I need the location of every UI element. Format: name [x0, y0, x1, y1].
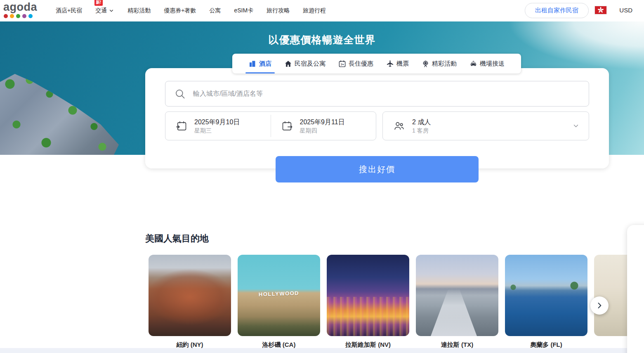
tab-airport-transfer[interactable]: 機場接送	[469, 54, 505, 73]
logo-dot	[4, 14, 8, 18]
hong-kong-flag-icon[interactable]	[595, 6, 606, 14]
dallas-photo	[416, 255, 498, 336]
nav-item-itineraries[interactable]: 旅遊行程	[303, 7, 326, 14]
orlando-photo	[505, 255, 587, 336]
taxi-icon	[469, 60, 477, 68]
nav-item-coupons-deals[interactable]: 優惠券+著數	[164, 7, 196, 14]
logo-dot	[22, 14, 26, 18]
dates-box: 2025年9月10日 星期三 2025年9月11日 星期四	[165, 111, 376, 140]
destination-search-field[interactable]	[165, 81, 589, 107]
agoda-logo-dots	[4, 14, 37, 18]
plane-icon	[386, 60, 394, 68]
destination-card-orlando[interactable]: 奧蘭多 (FL)	[505, 255, 587, 349]
hollywood-sign: HOLLYWOOD	[259, 290, 300, 297]
main-nav: 酒店+民宿 新! 交通 精彩活動 優惠券+著數 公寓 eSIM卡 旅行攻略 旅遊…	[56, 0, 326, 21]
agoda-logo[interactable]: agoda	[3, 1, 37, 18]
carousel-next-button[interactable]	[590, 296, 609, 315]
checkin-weekday: 星期三	[194, 127, 240, 134]
nav-item-activities[interactable]: 精彩活動	[127, 7, 151, 14]
next-section-background	[0, 348, 644, 353]
house-icon	[284, 60, 292, 68]
ferris-wheel-icon	[422, 60, 429, 68]
new-york-photo	[149, 255, 231, 336]
tab-activities[interactable]: 精彩活動	[421, 54, 458, 73]
search-panel: 2025年9月10日 星期三 2025年9月11日 星期四 2 成人	[145, 68, 609, 168]
checkout-date: 2025年9月11日	[300, 118, 345, 127]
checkin-date: 2025年9月10日	[194, 118, 240, 127]
guests-count: 2 成人	[412, 118, 431, 127]
nav-item-apartments[interactable]: 公寓	[209, 7, 221, 14]
tab-flights[interactable]: 機票	[385, 54, 410, 73]
side-widget-panel	[627, 225, 644, 353]
hero-title: 以優惠價格暢遊全世界	[0, 33, 644, 47]
calendar-checkin-icon	[176, 120, 187, 132]
guests-icon	[393, 120, 405, 132]
nav-item-transport[interactable]: 新! 交通	[95, 7, 114, 14]
svg-text:7+: 7+	[340, 63, 344, 66]
destination-card-new-york[interactable]: 紐約 (NY)	[149, 255, 231, 349]
rooms-count: 1 客房	[412, 127, 431, 134]
destination-card-los-angeles[interactable]: HOLLYWOOD 洛杉磯 (CA)	[238, 255, 320, 349]
agoda-logo-text: agoda	[3, 1, 37, 13]
header: agoda 酒店+民宿 新! 交通 精彩活動 優惠券+著數 公寓 eSIM卡 旅…	[0, 0, 644, 21]
tab-homes-apartments[interactable]: 民宿及公寓	[283, 54, 326, 73]
checkout-weekday: 星期四	[300, 127, 345, 134]
calendar-checkout-icon	[281, 120, 293, 132]
nav-item-travel-guides[interactable]: 旅行攻略	[267, 7, 290, 14]
checkin-date-field[interactable]: 2025年9月10日 星期三	[165, 112, 271, 140]
checkout-date-field[interactable]: 2025年9月11日 星期四	[271, 112, 376, 140]
tab-hotels[interactable]: 酒店	[248, 54, 272, 73]
cliff	[0, 54, 165, 155]
calendar-7plus-icon: 7+	[338, 60, 346, 68]
tab-long-stays[interactable]: 7+ 長住優惠	[337, 54, 374, 73]
new-badge: 新!	[94, 0, 102, 6]
list-your-place-button[interactable]: 出租自家作民宿	[525, 3, 589, 18]
nav-item-hotels-homes[interactable]: 酒店+民宿	[56, 7, 82, 14]
currency-selector[interactable]: USD	[619, 7, 632, 14]
los-angeles-photo: HOLLYWOOD	[238, 255, 320, 336]
search-input[interactable]	[193, 81, 589, 106]
chevron-right-icon	[595, 301, 604, 310]
search-button[interactable]: 搜出好價	[276, 156, 479, 182]
hotel-buildings-icon	[249, 60, 257, 68]
chevron-down-icon	[572, 122, 580, 130]
destination-card-las-vegas[interactable]: 拉斯維加斯 (NV)	[327, 255, 409, 349]
hero-section: 以優惠價格暢遊全世界 酒店 民宿及公寓 7+ 長住優惠 機票 精彩活動 機場接送	[0, 21, 644, 155]
nav-item-esim[interactable]: eSIM卡	[234, 7, 253, 14]
logo-dot	[16, 14, 20, 18]
chevron-down-icon	[109, 8, 114, 14]
destinations-carousel: 紐約 (NY) HOLLYWOOD 洛杉磯 (CA) 拉斯維加斯 (NV) 達拉…	[149, 255, 644, 349]
occupancy-field[interactable]: 2 成人 1 客房	[382, 111, 589, 140]
las-vegas-photo	[327, 255, 409, 336]
search-icon	[175, 88, 186, 100]
product-tabs: 酒店 民宿及公寓 7+ 長住優惠 機票 精彩活動 機場接送	[232, 54, 521, 73]
destination-card-dallas[interactable]: 達拉斯 (TX)	[416, 255, 498, 349]
logo-dot	[10, 14, 14, 18]
logo-dot	[28, 14, 33, 18]
destinations-title: 美國人氣目的地	[145, 232, 209, 245]
